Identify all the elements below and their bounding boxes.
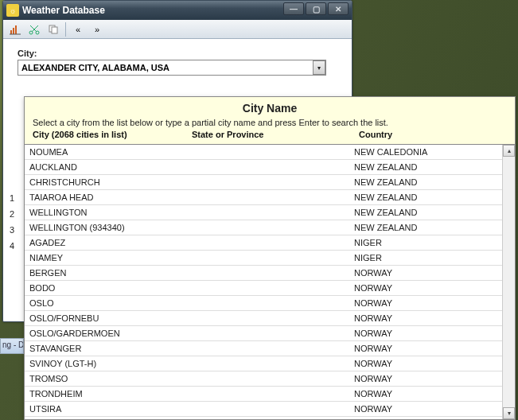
list-item-country: NEW CALEDONIA	[354, 147, 502, 157]
nav-prev-button[interactable]: «	[69, 21, 87, 37]
app-icon	[6, 4, 19, 17]
list-item-city: OSLO/FORNEBU	[29, 313, 354, 323]
list-item[interactable]: NIAMEYNIGER	[25, 251, 502, 266]
column-state: State or Province	[192, 130, 359, 139]
side-hint-4: 4	[10, 239, 14, 255]
list-item-country: NEW ZEALAND	[354, 223, 502, 232]
list-item[interactable]: AGADEZNIGER	[25, 235, 502, 251]
list-item[interactable]: WELLINGTON (934340)NEW ZEALAND	[25, 220, 502, 235]
list-item[interactable]: OSLO/FORNEBUNORWAY	[25, 311, 502, 326]
city-dropdown-button[interactable]	[313, 60, 325, 75]
list-item-city: AGADEZ	[29, 238, 354, 247]
side-hint-1: 1	[10, 192, 14, 208]
list-item-country: NORWAY	[354, 268, 502, 278]
popup-header: City Name Select a city from the list be…	[25, 97, 515, 144]
list-item-city: BODO	[29, 283, 354, 293]
list-item-city: UTSIRA	[29, 404, 354, 414]
list-item-country: NORWAY	[354, 329, 502, 338]
list-item-city: NIAMEY	[29, 253, 354, 262]
svg-rect-6	[52, 27, 57, 33]
minimize-button[interactable]: —	[283, 2, 304, 15]
list-item-country: NEW ZEALAND	[354, 162, 502, 172]
chart-icon[interactable]	[6, 21, 24, 37]
maximize-button[interactable]: ▢	[306, 2, 326, 15]
list-item-country: NORWAY	[354, 389, 502, 399]
list-item-country: NORWAY	[354, 404, 502, 414]
side-hint-3: 3	[10, 224, 14, 239]
list-item-country: NORWAY	[354, 283, 502, 293]
list-item[interactable]: SVINOY (LGT-H)NORWAY	[25, 356, 502, 371]
list-item-country: NORWAY	[354, 374, 502, 383]
city-input-wrap	[18, 60, 326, 76]
svg-rect-2	[15, 25, 17, 34]
list-item[interactable]: AUCKLANDNEW ZEALAND	[25, 160, 502, 175]
list-item[interactable]: TAIAROA HEADNEW ZEALAND	[25, 190, 502, 205]
taskbar-fragment[interactable]: ng - D	[0, 338, 24, 354]
list-item-city: TROMSO	[29, 374, 354, 383]
list-item-country: NORWAY	[354, 298, 502, 308]
side-hint-2: 2	[10, 208, 14, 224]
city-list-popup: City Name Select a city from the list be…	[24, 96, 516, 420]
toolbar: « »	[3, 20, 352, 39]
list-item[interactable]: BODONORWAY	[25, 281, 502, 296]
list-item-city: NOUMEA	[29, 147, 354, 157]
close-button[interactable]: ✕	[328, 2, 349, 15]
list-item-country: NIGER	[354, 253, 502, 262]
list-item-city: CHRISTCHURCH	[29, 177, 354, 187]
list-item-city: AUCKLAND	[29, 162, 354, 172]
popup-title: City Name	[33, 102, 507, 115]
column-city: City (2068 cities in list)	[33, 130, 192, 139]
titlebar[interactable]: Weather Database — ▢ ✕	[3, 1, 352, 20]
list-item-city: SVINOY (LGT-H)	[29, 359, 354, 368]
side-hints: 1 2 3 4	[10, 192, 14, 255]
content-area: City:	[3, 39, 352, 85]
list-item[interactable]: STAVANGERNORWAY	[25, 341, 502, 356]
column-country: Country	[359, 130, 507, 139]
list-item[interactable]: WELLINGTONNEW ZEALAND	[25, 205, 502, 220]
window-title: Weather Database	[22, 5, 105, 16]
list-item-country: NEW ZEALAND	[354, 177, 502, 187]
toolbar-separator	[65, 22, 66, 37]
list-item-country: NIGER	[354, 238, 502, 247]
list-item[interactable]: UTSIRANORWAY	[25, 402, 502, 417]
list-item-city: STAVANGER	[29, 344, 354, 353]
list-item-city: OSLO/GARDERMOEN	[29, 329, 354, 338]
popup-instruction: Select a city from the list below or typ…	[33, 118, 507, 127]
svg-rect-1	[13, 28, 14, 34]
city-input[interactable]	[18, 60, 326, 76]
list-item[interactable]: OSLONORWAY	[25, 296, 502, 311]
list-item[interactable]: CHRISTCHURCHNEW ZEALAND	[25, 175, 502, 190]
list-item-country: NEW ZEALAND	[354, 208, 502, 217]
list-item[interactable]: BERGENNORWAY	[25, 266, 502, 281]
window-controls: — ▢ ✕	[283, 2, 349, 15]
nav-next-button[interactable]: »	[88, 21, 106, 37]
list-item[interactable]: OSLO/GARDERMOENNORWAY	[25, 326, 502, 341]
list-item-country: NORWAY	[354, 344, 502, 353]
list-item-country: NORWAY	[354, 359, 502, 368]
scroll-up-button[interactable]: ▴	[503, 145, 515, 157]
scrollbar[interactable]: ▴ ▾	[502, 145, 515, 419]
city-listbox[interactable]: NOUMEANEW CALEDONIAAUCKLANDNEW ZEALANDCH…	[25, 145, 502, 419]
column-headers: City (2068 cities in list) State or Prov…	[33, 130, 507, 139]
scissors-icon[interactable]	[25, 21, 43, 37]
list-item[interactable]: TROMSONORWAY	[25, 371, 502, 387]
list-item-country: NEW ZEALAND	[354, 192, 502, 202]
list-area: NOUMEANEW CALEDONIAAUCKLANDNEW ZEALANDCH…	[25, 144, 515, 419]
list-item[interactable]: NOUMEANEW CALEDONIA	[25, 145, 502, 160]
list-item-country: NORWAY	[354, 313, 502, 323]
list-item[interactable]: TRONDHEIMNORWAY	[25, 387, 502, 402]
list-item-city: OSLO	[29, 298, 354, 308]
list-item-city: TAIAROA HEAD	[29, 192, 354, 202]
copy-icon[interactable]	[45, 21, 62, 37]
city-label: City:	[18, 49, 337, 58]
list-item-city: BERGEN	[29, 268, 354, 278]
list-item-city: WELLINGTON (934340)	[29, 223, 354, 232]
list-item-city: WELLINGTON	[29, 208, 354, 217]
list-item-city: TRONDHEIM	[29, 389, 354, 399]
svg-rect-0	[10, 30, 12, 34]
scroll-down-button[interactable]: ▾	[503, 407, 515, 419]
